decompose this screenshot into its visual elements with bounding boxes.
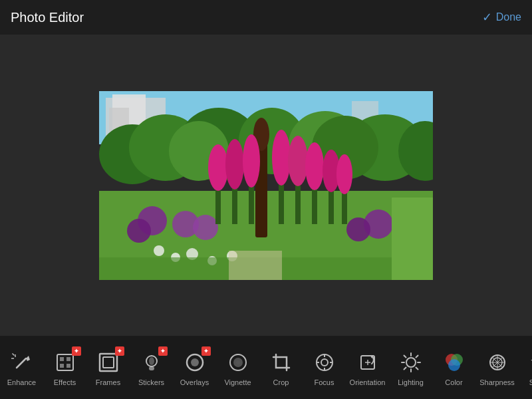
tool-focus[interactable]: Focus [303, 336, 346, 399]
done-label: Done [496, 11, 521, 23]
svg-point-33 [288, 136, 308, 186]
svg-line-48 [17, 358, 26, 368]
svg-point-39 [336, 154, 352, 194]
svg-point-19 [127, 219, 151, 243]
tool-vignette[interactable]: Vignette [216, 336, 259, 399]
svg-rect-57 [66, 364, 70, 368]
svg-point-27 [225, 139, 244, 190]
frames-icon: ✦ [95, 349, 122, 376]
tool-splash[interactable]: Splash [519, 336, 532, 399]
svg-point-40 [154, 245, 164, 256]
svg-point-20 [193, 215, 218, 240]
crop-icon [268, 349, 295, 376]
svg-marker-49 [26, 356, 30, 361]
enhance-label: Enhance [7, 378, 36, 386]
svg-point-69 [321, 359, 328, 366]
overlays-label: Overlays [180, 378, 209, 386]
frames-label: Frames [96, 378, 120, 386]
svg-line-83 [404, 367, 406, 369]
tool-overlays[interactable]: ✦ Overlays [173, 336, 216, 399]
wand-icon [9, 349, 35, 376]
svg-line-52 [12, 353, 14, 355]
orientation-icon [354, 349, 381, 376]
effects-badge: ✦ [72, 346, 81, 356]
stickers-icon: ✦ [138, 349, 165, 376]
svg-line-84 [416, 355, 418, 357]
vignette-icon [225, 349, 251, 376]
splash-icon [527, 349, 533, 376]
crop-label: Crop [273, 378, 289, 386]
app-title: Photo Editor [11, 10, 84, 25]
focus-label: Focus [315, 378, 334, 386]
svg-point-35 [305, 142, 324, 190]
svg-rect-55 [66, 357, 70, 361]
color-icon [441, 349, 467, 376]
svg-rect-54 [60, 357, 64, 361]
lighting-icon [398, 349, 424, 376]
effects-icon: ✦ [52, 349, 78, 376]
vignette-label: Vignette [224, 378, 251, 386]
overlays-badge: ✦ [201, 346, 211, 356]
svg-point-76 [406, 358, 416, 367]
stickers-badge: ✦ [158, 346, 168, 356]
tool-crop[interactable]: Crop [259, 336, 303, 399]
tool-lighting[interactable]: Lighting [389, 336, 432, 399]
color-label: Color [445, 378, 462, 386]
sharpness-icon [484, 349, 511, 376]
svg-rect-58 [100, 354, 117, 371]
svg-point-25 [208, 144, 228, 191]
svg-line-81 [404, 355, 406, 357]
tool-frames[interactable]: ✦ Frames [86, 336, 130, 399]
photo-canvas[interactable] [99, 91, 433, 280]
svg-point-67 [236, 360, 240, 364]
overlays-icon: ✦ [182, 349, 208, 376]
svg-point-87 [448, 359, 460, 371]
svg-rect-53 [57, 354, 73, 370]
check-icon: ✓ [482, 10, 492, 25]
main-canvas-area [0, 35, 532, 336]
svg-rect-46 [229, 251, 282, 280]
header: Photo Editor ✓ Done [0, 0, 532, 35]
svg-rect-59 [103, 357, 114, 368]
tool-enhance[interactable]: Enhance [0, 336, 43, 399]
sharpness-label: Sharpness [479, 378, 515, 386]
focus-icon [311, 349, 338, 376]
svg-point-31 [272, 130, 291, 186]
tool-stickers[interactable]: ✦ Stickers [130, 336, 173, 399]
svg-point-61 [149, 357, 154, 365]
tool-color[interactable]: Color [432, 336, 475, 399]
toolbar: Enhance ✦ Effects [0, 336, 532, 399]
tool-sharpness[interactable]: Sharpness [475, 336, 519, 399]
tool-orientation[interactable]: Orientation [346, 336, 389, 399]
svg-rect-47 [392, 198, 433, 280]
lighting-label: Lighting [398, 378, 424, 386]
svg-rect-64 [191, 358, 199, 366]
done-button[interactable]: ✓ Done [482, 10, 521, 25]
svg-rect-56 [60, 364, 64, 368]
svg-line-82 [416, 367, 418, 369]
splash-label: Splash [529, 378, 532, 386]
svg-point-29 [243, 134, 260, 188]
svg-point-23 [346, 217, 370, 241]
toolbar-scroll[interactable]: Enhance ✦ Effects [0, 336, 532, 399]
stickers-label: Stickers [138, 378, 164, 386]
frames-badge: ✦ [115, 346, 124, 356]
photo-image [99, 91, 433, 280]
svg-rect-62 [149, 366, 154, 370]
orientation-label: Orientation [350, 378, 386, 386]
tool-effects[interactable]: ✦ Effects [43, 336, 86, 399]
effects-label: Effects [54, 378, 76, 386]
